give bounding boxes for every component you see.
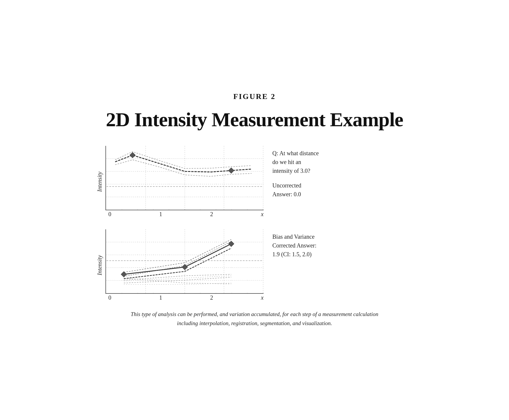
chart2-x0: 0 xyxy=(108,294,111,301)
chart1-ann-line4: Uncorrected xyxy=(272,181,319,190)
figure-title: 2D Intensity Measurement Example xyxy=(106,108,403,131)
chart2-y-axis-label: Intensity xyxy=(96,233,103,298)
chart-row-1: Intensity xyxy=(96,146,413,218)
chart2-annotation: Bias and Variance Corrected Answer: 1.9 … xyxy=(272,229,317,259)
charts-section: Intensity xyxy=(96,146,413,301)
chart1-ann-line5: Answer: 0.0 xyxy=(272,190,319,199)
chart1-annotation: Q: At what distance do we hit an intensi… xyxy=(272,146,319,199)
chart1-x-numbers: 0 1 2 x xyxy=(105,210,264,218)
figure-label: FIGURE 2 xyxy=(233,92,276,101)
svg-rect-14 xyxy=(106,229,263,293)
chart1-ann-line2: do we hit an xyxy=(272,158,319,166)
caption: This type of analysis can be performed, … xyxy=(123,310,386,328)
chart2-x-label: x xyxy=(261,294,264,301)
chart-row-2: Intensity xyxy=(96,229,413,301)
chart1-y-axis-label: Intensity xyxy=(96,150,103,214)
chart2-container: Intensity xyxy=(96,229,264,301)
chart2-ann-line3: 1.9 (CI: 1.5, 2.0) xyxy=(272,250,317,259)
chart2-x-numbers: 0 1 2 x xyxy=(105,294,264,301)
chart1-area xyxy=(105,146,264,210)
page: FIGURE 2 2D Intensity Measurement Exampl… xyxy=(79,81,430,339)
chart1-x-label: x xyxy=(261,211,264,218)
chart1-x1: 1 xyxy=(159,211,162,218)
chart2-x2: 2 xyxy=(210,294,213,301)
chart1-x2: 2 xyxy=(210,211,213,218)
chart1-annotation-gap xyxy=(272,175,319,181)
chart1-svg xyxy=(106,146,264,210)
chart1-ann-line1: Q: At what distance xyxy=(272,149,319,158)
chart2-area xyxy=(105,229,264,294)
chart1-container: Intensity xyxy=(96,146,264,218)
chart2-with-axis: 0 1 2 x xyxy=(105,229,264,301)
chart2-ann-line1: Bias and Variance xyxy=(272,232,317,241)
chart1-with-axis: 0 1 2 x xyxy=(105,146,264,218)
chart2-x1: 1 xyxy=(159,294,162,301)
chart1-ann-line3: intensity of 3.0? xyxy=(272,166,319,175)
chart2-svg xyxy=(106,229,264,293)
chart1-x0: 0 xyxy=(108,211,111,218)
chart2-ann-line2: Corrected Answer: xyxy=(272,241,317,250)
